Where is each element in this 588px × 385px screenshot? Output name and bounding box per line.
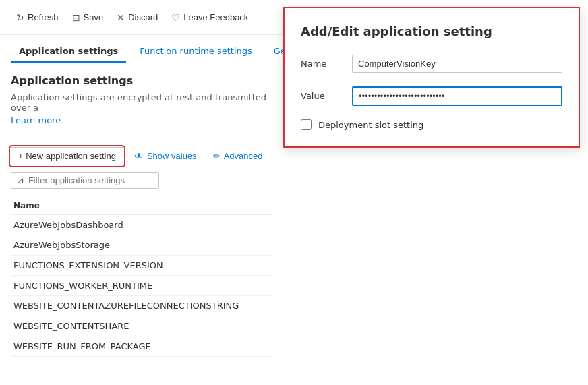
table-header-name: Name — [11, 197, 272, 215]
table-row[interactable]: WEBSITE_CONTENTAZUREFILECONNECTIONSTRING — [11, 296, 272, 316]
filter-input[interactable] — [28, 175, 153, 185]
add-edit-dialog: Add/Edit application setting Name Value … — [283, 7, 580, 148]
toolbar: ↻ Refresh ⊟ Save ✕ Discard ♡ Leave Feedb… — [0, 0, 283, 35]
table-row[interactable]: AzureWebJobsDashboard — [11, 215, 272, 235]
eye-icon: 👁 — [134, 151, 144, 162]
filter-bar: ⊿ — [11, 172, 159, 189]
tab-function-runtime[interactable]: Function runtime settings — [131, 40, 260, 63]
pencil-icon: ✏ — [213, 151, 220, 161]
feedback-label: Leave Feedback — [183, 12, 248, 22]
save-icon: ⊟ — [72, 12, 80, 23]
tab-general[interactable]: General — [266, 40, 283, 63]
learn-more-link[interactable]: Learn more — [11, 115, 61, 125]
feedback-icon: ♡ — [171, 12, 180, 23]
deployment-slot-checkbox[interactable] — [301, 119, 312, 130]
tab-application-settings[interactable]: Application settings — [11, 40, 126, 63]
feedback-button[interactable]: ♡ Leave Feedback — [166, 9, 254, 26]
show-values-button[interactable]: 👁 Show values — [129, 148, 202, 165]
discard-button[interactable]: ✕ Discard — [111, 9, 163, 26]
name-label: Name — [301, 59, 341, 69]
settings-table: Name AzureWebJobsDashboard AzureWebJobsS… — [11, 197, 272, 357]
refresh-icon: ↻ — [16, 12, 24, 23]
filter-icon: ⊿ — [17, 175, 24, 185]
description: Application settings are encrypted at re… — [11, 92, 272, 113]
save-label: Save — [84, 12, 104, 22]
table-row[interactable]: AzureWebJobsStorage — [11, 235, 272, 256]
deployment-slot-label: Deployment slot setting — [318, 120, 423, 130]
section-title: Application settings — [11, 74, 272, 87]
dialog-title: Add/Edit application setting — [301, 24, 562, 38]
refresh-button[interactable]: ↻ Refresh — [11, 9, 64, 26]
left-panel: ↻ Refresh ⊟ Save ✕ Discard ♡ Leave Feedb… — [0, 0, 283, 385]
tabs: Application settings Function runtime se… — [0, 35, 283, 63]
new-application-setting-button[interactable]: + New application setting — [11, 147, 123, 165]
advanced-button[interactable]: ✏ Advanced — [208, 148, 268, 165]
save-button[interactable]: ⊟ Save — [67, 9, 109, 26]
table-row[interactable]: FUNCTIONS_WORKER_RUNTIME — [11, 276, 272, 296]
main-content: Application settings Application setting… — [0, 63, 283, 367]
action-bar: + New application setting 👁 Show values … — [11, 147, 272, 165]
table-row[interactable]: WEBSITE_CONTENTSHARE — [11, 316, 272, 336]
deployment-slot-row: Deployment slot setting — [301, 119, 562, 130]
name-form-row: Name — [301, 55, 562, 73]
discard-icon: ✕ — [117, 12, 125, 23]
refresh-label: Refresh — [28, 12, 59, 22]
table-row[interactable]: FUNCTIONS_EXTENSION_VERSION — [11, 256, 272, 276]
name-input[interactable] — [352, 55, 562, 73]
discard-label: Discard — [128, 12, 158, 22]
value-form-row: Value — [301, 86, 562, 106]
table-row[interactable]: WEBSITE_RUN_FROM_PACKAGE — [11, 336, 272, 357]
value-label: Value — [301, 91, 341, 101]
value-input[interactable] — [352, 86, 562, 106]
